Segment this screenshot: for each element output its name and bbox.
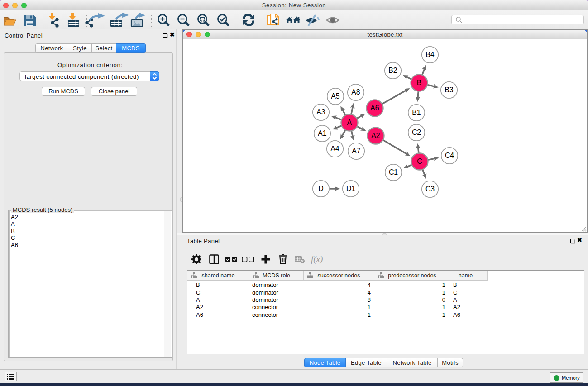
svg-text:A5: A5 (331, 92, 340, 100)
svg-text:B2: B2 (388, 67, 397, 74)
svg-text:A6: A6 (370, 104, 379, 112)
svg-text:C3: C3 (425, 185, 435, 193)
svg-text:A2: A2 (371, 132, 380, 139)
svg-text:B3: B3 (445, 86, 454, 94)
svg-text:D: D (318, 185, 323, 192)
svg-text:A3: A3 (316, 108, 325, 116)
svg-text:C1: C1 (389, 168, 398, 176)
svg-text:A: A (347, 119, 352, 126)
svg-text:A1: A1 (318, 129, 327, 137)
svg-text:C4: C4 (445, 152, 454, 159)
svg-text:B4: B4 (425, 51, 435, 58)
svg-text:C: C (417, 157, 422, 165)
svg-text:A7: A7 (352, 147, 360, 155)
svg-text:C2: C2 (412, 129, 421, 136)
svg-text:A8: A8 (351, 88, 360, 96)
svg-text:D1: D1 (346, 185, 355, 192)
svg-text:B: B (417, 79, 422, 86)
svg-text:B1: B1 (412, 109, 421, 116)
svg-text:A4: A4 (330, 145, 339, 152)
